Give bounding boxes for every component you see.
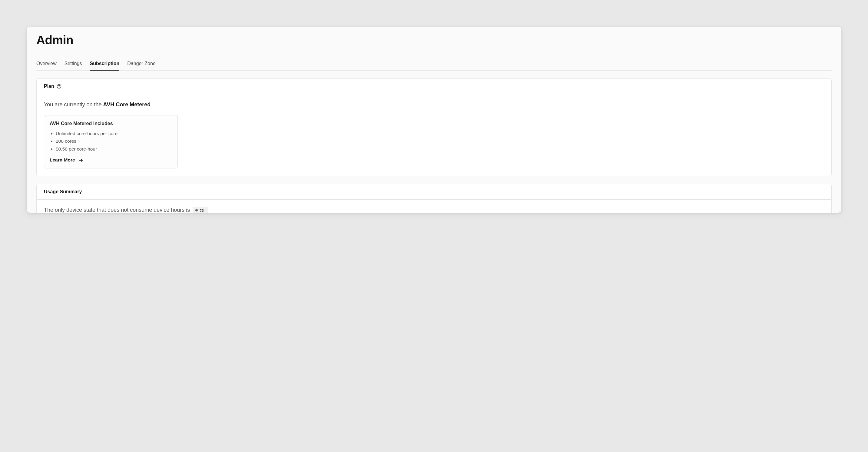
tab-subscription[interactable]: Subscription	[90, 58, 120, 70]
tab-settings[interactable]: Settings	[64, 58, 82, 70]
learn-more-label: Learn More	[50, 157, 75, 163]
off-state-chip: Off	[193, 207, 208, 213]
current-plan-suffix: .	[151, 101, 152, 108]
tab-danger-zone[interactable]: Danger Zone	[127, 58, 155, 70]
usage-summary-panel: Usage Summary The only device state that…	[36, 184, 832, 213]
off-chip-label: Off	[199, 208, 206, 213]
current-plan-text: You are currently on the AVH Core Metere…	[44, 101, 824, 108]
arrow-right-icon	[78, 157, 84, 163]
admin-page-card: Admin Overview Settings Subscription Dan…	[27, 27, 841, 213]
learn-more-link[interactable]: Learn More	[50, 157, 84, 163]
usage-summary-header: Usage Summary	[37, 184, 831, 200]
plan-panel: Plan You are currently on the AVH Core M…	[36, 79, 832, 176]
plan-include-item: Unlimited core-hours per core	[56, 130, 172, 137]
plan-includes-list: Unlimited core-hours per core 200 cores …	[50, 130, 172, 152]
dot-icon	[195, 209, 198, 211]
tab-overview[interactable]: Overview	[36, 58, 57, 70]
page-title: Admin	[36, 33, 832, 47]
plan-panel-header: Plan	[37, 79, 831, 94]
usage-line-prefix: The only device state that does not cons…	[44, 207, 190, 213]
usage-summary-title: Usage Summary	[44, 189, 82, 194]
plan-includes-box: AVH Core Metered includes Unlimited core…	[44, 115, 178, 169]
plan-panel-title: Plan	[44, 84, 54, 89]
current-plan-name: AVH Core Metered	[103, 101, 151, 108]
plan-include-item: 200 cores	[56, 138, 172, 145]
plan-includes-title: AVH Core Metered includes	[50, 121, 172, 126]
plan-include-item: $0.50 per core-hour	[56, 145, 172, 152]
svg-point-1	[59, 87, 59, 88]
usage-summary-body: The only device state that does not cons…	[37, 200, 831, 213]
current-plan-prefix: You are currently on the	[44, 101, 103, 108]
help-icon[interactable]	[57, 84, 61, 89]
tabs-bar: Overview Settings Subscription Danger Zo…	[36, 58, 832, 70]
